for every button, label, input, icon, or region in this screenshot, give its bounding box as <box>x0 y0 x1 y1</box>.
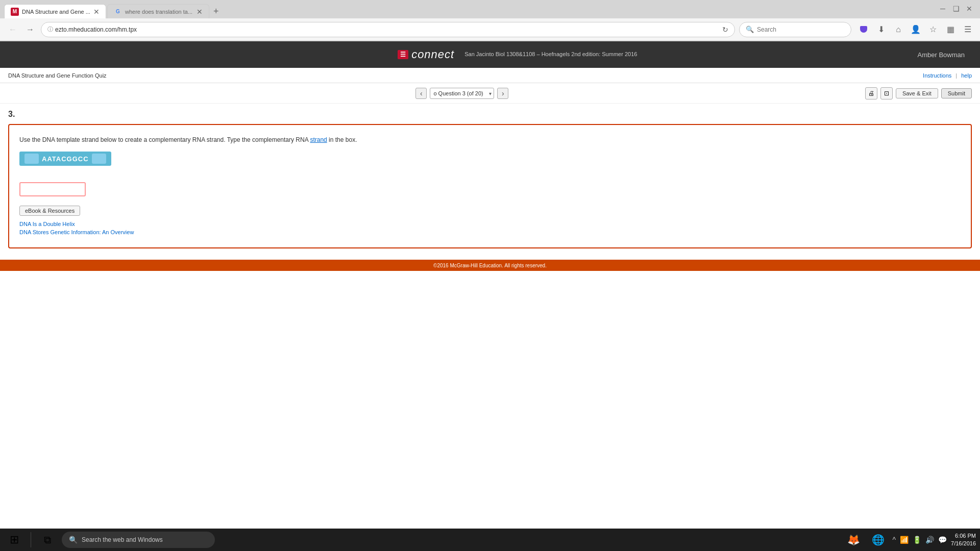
user-icon[interactable]: 👤 <box>910 23 922 36</box>
taskbar-tray: ^ 📶 🔋 🔊 💬 6:06 PM 7/16/2016 <box>892 532 976 548</box>
ebook-resources-button[interactable]: eBook & Resources <box>19 206 80 216</box>
maximize-button[interactable]: ❑ <box>951 4 961 13</box>
main-content: 3. Use the DNA template strand below to … <box>0 104 980 260</box>
dna-end-right <box>92 154 106 164</box>
search-field[interactable]: 🔍 <box>739 22 851 37</box>
copyright-text: ©2016 McGraw-Hill Education. All rights … <box>433 263 547 268</box>
tab-bar-wrapper: M DNA Structure and Gene ... ✕ G where d… <box>0 0 980 18</box>
task-view-button[interactable]: ⧉ <box>37 530 58 550</box>
firefox-icon: 🦊 <box>847 534 860 546</box>
quiz-title: DNA Structure and Gene Function Quiz <box>8 72 107 79</box>
windows-icon: ⊞ <box>10 533 19 546</box>
tray-chevron-icon[interactable]: ^ <box>892 536 896 544</box>
pocket-icon[interactable] <box>857 23 870 36</box>
extensions-icon[interactable]: ▦ <box>944 23 957 36</box>
home-icon[interactable]: ⌂ <box>892 23 904 36</box>
taskbar-middle: 🔍 Search the web and Windows <box>62 532 839 548</box>
new-tab-button[interactable]: + <box>209 6 223 17</box>
notification-icon[interactable]: 💬 <box>938 536 947 544</box>
minimize-button[interactable]: ─ <box>938 4 947 13</box>
tab-google-search[interactable]: G where does translation ta... ✕ <box>107 4 209 18</box>
taskbar-search-text: Search the web and Windows <box>82 536 163 543</box>
question-text-part2: in the box. <box>329 136 357 143</box>
connect-user: Amber Bowman <box>918 51 965 59</box>
close-window-button[interactable]: ✕ <box>965 4 974 13</box>
toolbar-icons: ⬇ ⌂ 👤 ☆ ▦ ☰ <box>857 23 974 36</box>
address-bar-row: ← → ⓘ ezto.mheducation.com/hm.tpx ↻ 🔍 ⬇ … <box>0 18 980 41</box>
answer-input[interactable] <box>19 182 86 196</box>
menu-icon[interactable]: ☰ <box>962 23 974 36</box>
tab-bar: M DNA Structure and Gene ... ✕ G where d… <box>0 0 980 18</box>
connect-course: San Jacinto Biol 1308&1108 – Hoefnagels … <box>464 51 637 58</box>
tab-favicon-m: M <box>11 8 19 16</box>
connect-header: ☰ connect San Jacinto Biol 1308&1108 – H… <box>0 41 980 68</box>
back-button[interactable]: ← <box>6 23 19 36</box>
next-question-button[interactable]: › <box>497 88 508 99</box>
resource-links: DNA Is a Double Helix DNA Stores Genetic… <box>19 221 961 235</box>
prev-question-button[interactable]: ‹ <box>415 88 427 99</box>
bookmark-icon[interactable]: ☆ <box>927 23 939 36</box>
resource-link-1[interactable]: DNA Is a Double Helix <box>19 221 961 227</box>
connect-logo: ☰ connect <box>398 48 454 61</box>
address-bar[interactable]: ⓘ ezto.mheducation.com/hm.tpx ↻ <box>41 22 735 37</box>
connect-logo-text: connect <box>411 48 454 61</box>
chrome-icon: 🌐 <box>872 534 885 546</box>
instructions-link[interactable]: Instructions <box>923 72 951 79</box>
taskbar-search[interactable]: 🔍 Search the web and Windows <box>62 532 215 548</box>
dna-strand-display: AATACGGCC <box>19 152 111 166</box>
help-link[interactable]: help <box>961 72 972 79</box>
tab-favicon-g: G <box>114 8 122 16</box>
tab-title-2: where does translation ta... <box>125 9 193 15</box>
reload-button[interactable]: ↻ <box>722 26 728 34</box>
volume-icon[interactable]: 🔊 <box>925 536 934 544</box>
browser-chrome: M DNA Structure and Gene ... ✕ G where d… <box>0 0 980 41</box>
battery-icon[interactable]: 🔋 <box>913 536 921 544</box>
wifi-icon[interactable]: 📶 <box>900 536 909 544</box>
answer-row <box>19 182 961 196</box>
strand-link[interactable]: strand <box>310 136 327 143</box>
taskbar-search-icon: 🔍 <box>69 536 78 544</box>
start-button[interactable]: ⊞ <box>4 530 24 550</box>
taskbar-separator <box>31 532 31 547</box>
ebook-section: eBook & Resources DNA Is a Double Helix … <box>19 206 961 235</box>
address-text: ezto.mheducation.com/hm.tpx <box>55 26 720 33</box>
taskbar: ⊞ ⧉ 🔍 Search the web and Windows 🦊 🌐 ^ 📶… <box>0 529 980 551</box>
window-controls: ─ ❑ ✕ <box>938 4 974 13</box>
question-nav-center: ‹ o Question 3 (of 20) › <box>415 88 508 99</box>
clock-date: 7/16/2016 <box>951 540 976 547</box>
tab-dna-structure[interactable]: M DNA Structure and Gene ... ✕ <box>4 4 106 18</box>
question-select-wrap: o Question 3 (of 20) <box>430 88 494 99</box>
tray-time: 6:06 PM 7/16/2016 <box>951 532 976 548</box>
resource-link-2[interactable]: DNA Stores Genetic Information: An Overv… <box>19 229 961 235</box>
tab-close-1[interactable]: ✕ <box>93 8 100 15</box>
task-view-icon: ⧉ <box>44 534 51 546</box>
submit-button[interactable]: Submit <box>941 88 972 98</box>
download-icon[interactable]: ⬇ <box>875 23 887 36</box>
question-select[interactable]: o Question 3 (of 20) <box>430 88 494 99</box>
print-icon-btn[interactable]: 🖨 <box>865 87 877 99</box>
sub-header-right: Instructions | help <box>923 72 972 79</box>
search-icon: 🔍 <box>746 26 754 33</box>
question-number: 3. <box>8 110 972 119</box>
question-nav-right: 🖨 ⊡ Save & Exit Submit <box>865 87 972 99</box>
search-input[interactable] <box>757 26 839 33</box>
dna-strand-row: AATACGGCC <box>19 152 961 174</box>
question-text-part1: Use the DNA template strand below to cre… <box>19 136 308 143</box>
connect-e-icon: ☰ <box>398 50 408 59</box>
chrome-taskbar-icon[interactable]: 🌐 <box>868 530 888 550</box>
clock-time: 6:06 PM <box>951 532 976 540</box>
site-footer: ©2016 McGraw-Hill Education. All rights … <box>0 260 980 271</box>
accessibility-icon-btn[interactable]: ⊡ <box>880 87 893 99</box>
save-exit-button[interactable]: Save & Exit <box>896 88 938 98</box>
dna-sequence: AATACGGCC <box>42 155 89 163</box>
lock-icon: ⓘ <box>47 26 53 33</box>
forward-button[interactable]: → <box>23 23 37 36</box>
dna-end-left <box>24 154 39 164</box>
question-nav: ‹ o Question 3 (of 20) › 🖨 ⊡ Save & Exit… <box>0 83 980 104</box>
tab-title-1: DNA Structure and Gene ... <box>22 9 90 15</box>
tab-close-2[interactable]: ✕ <box>197 8 203 15</box>
question-text: Use the DNA template strand below to cre… <box>19 135 961 144</box>
question-box: Use the DNA template strand below to cre… <box>8 124 972 248</box>
sub-header: DNA Structure and Gene Function Quiz Ins… <box>0 68 980 83</box>
firefox-taskbar-icon[interactable]: 🦊 <box>843 530 864 550</box>
